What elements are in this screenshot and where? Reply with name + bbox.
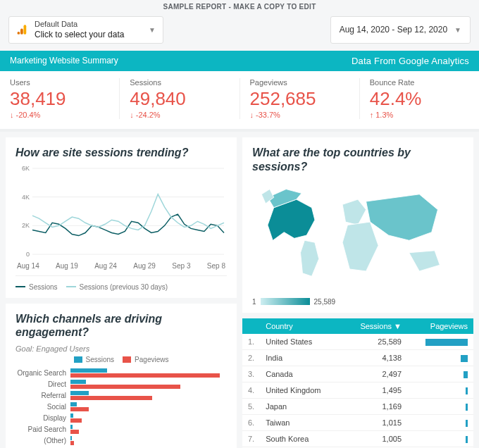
date-range-picker[interactable]: Aug 14, 2020 - Sep 12, 2020 ▼: [330, 16, 471, 44]
kpi-delta: -20.4%: [10, 111, 109, 119]
cell-pageviews-bar: [407, 382, 473, 399]
cell-country: Taiwan: [260, 415, 342, 431]
legend-pageviews-ch: Pageviews: [123, 356, 168, 363]
cell-country: South Korea: [260, 431, 342, 447]
cell-sessions: 2,497: [342, 366, 407, 382]
cell-pageviews-bar: [407, 415, 473, 431]
cell-country: United States: [260, 334, 342, 350]
data-source-name: Default Data: [35, 20, 124, 30]
sample-report-banner: SAMPLE REPORT - MAKE A COPY TO EDIT: [0, 0, 479, 13]
google-analytics-icon: [16, 23, 29, 36]
kpi-label: Sessions: [130, 78, 229, 87]
svg-rect-0: [24, 25, 27, 35]
cell-sessions: 25,589: [342, 334, 407, 350]
th-pageviews[interactable]: Pageviews: [407, 318, 473, 334]
th-country[interactable]: Country: [260, 318, 342, 334]
table-row[interactable]: 2. India 4,138: [242, 349, 473, 366]
table-row[interactable]: 3. Canada 2,497: [242, 366, 473, 382]
cell-sessions: 4,138: [342, 349, 407, 366]
chevron-down-icon: ▼: [149, 26, 156, 34]
cell-pageviews-bar: [407, 431, 473, 447]
sessions-trend-title: How are site sessions trending?: [15, 146, 227, 159]
cell-pageviews-bar: [407, 399, 473, 415]
cell-sessions: 1,169: [342, 399, 407, 415]
cell-pageviews-bar: [407, 349, 473, 366]
kpi-value: 38,419: [10, 89, 109, 109]
kpi-pageviews[interactable]: Pageviews 252,685 -33.7%: [240, 78, 359, 120]
kpi-delta: -24.2%: [130, 111, 229, 119]
map-scale-legend: 1 25,589: [252, 298, 464, 306]
channel-label: Direct: [15, 380, 70, 388]
chevron-down-icon: ▼: [454, 26, 461, 34]
channels-goal: Goal: Engaged Users: [15, 344, 227, 353]
country-table-card: Country Sessions ▼ Pageviews 1. United S…: [242, 318, 473, 448]
country-table[interactable]: Country Sessions ▼ Pageviews 1. United S…: [242, 318, 473, 448]
channel-label: Referral: [15, 392, 70, 399]
cell-pageviews-bar: [407, 366, 473, 382]
channel-label: Display: [15, 414, 70, 422]
channels-card: Which channels are driving engagement? G…: [6, 304, 237, 448]
cell-pageviews-bar: [407, 334, 473, 350]
cell-sessions: 1,495: [342, 382, 407, 399]
toolbar: Default Data Click to select your data ▼…: [0, 13, 479, 51]
world-map[interactable]: [252, 179, 464, 292]
channel-row: Organic Search: [15, 368, 227, 379]
gradient-swatch: [261, 298, 310, 305]
sessions-trend-chart[interactable]: 02K4K6K Aug 14Aug 19Aug 24Aug 29Sep 3Sep…: [15, 166, 227, 270]
channel-label: Organic Search: [15, 369, 70, 377]
kpi-row: Users 38,419 -20.4%Sessions 49,840 -24.2…: [0, 71, 479, 132]
channel-row: Direct: [15, 379, 227, 390]
channel-row: Referral: [15, 390, 227, 402]
legend-sessions-prev: Sessions (previous 30 days): [66, 283, 168, 291]
data-source-selector[interactable]: Default Data Click to select your data ▼: [8, 16, 163, 44]
channel-row: (Other): [15, 435, 227, 447]
kpi-delta: 1.3%: [370, 111, 469, 119]
summary-source: Data From Google Analytics: [352, 56, 469, 66]
svg-text:2K: 2K: [22, 222, 30, 229]
channel-row: Paid Search: [15, 424, 227, 435]
legend-sessions-ch: Sessions: [74, 356, 115, 363]
channels-title: Which channels are driving engagement?: [15, 312, 227, 339]
table-row[interactable]: 5. Japan 1,169: [242, 399, 473, 415]
channel-label: Paid Search: [15, 425, 70, 433]
cell-country: India: [260, 349, 342, 366]
cell-sessions: 1,005: [342, 431, 407, 447]
summary-bar: Marketing Website Summary Data From Goog…: [0, 51, 479, 71]
channel-label: Social: [15, 403, 70, 411]
data-source-hint: Click to select your data: [35, 30, 124, 40]
kpi-users[interactable]: Users 38,419 -20.4%: [0, 78, 119, 120]
kpi-delta: -33.7%: [250, 111, 349, 119]
svg-text:0: 0: [26, 251, 30, 257]
table-row[interactable]: 7. South Korea 1,005: [242, 431, 473, 447]
kpi-label: Users: [10, 78, 109, 87]
summary-title: Marketing Website Summary: [10, 56, 118, 66]
svg-point-2: [18, 32, 20, 35]
svg-text:6K: 6K: [22, 166, 30, 172]
channel-row: Display: [15, 413, 227, 424]
kpi-value: 49,840: [130, 89, 229, 109]
kpi-sessions[interactable]: Sessions 49,840 -24.2%: [119, 78, 239, 120]
cell-country: Japan: [260, 399, 342, 415]
svg-text:4K: 4K: [22, 193, 30, 200]
table-row[interactable]: 6. Taiwan 1,015: [242, 415, 473, 431]
kpi-label: Pageviews: [250, 78, 349, 87]
cell-country: United Kingdom: [260, 382, 342, 399]
kpi-value: 42.4%: [370, 89, 469, 109]
sessions-trend-card: How are site sessions trending? 02K4K6K …: [6, 137, 237, 297]
kpi-label: Bounce Rate: [370, 78, 469, 87]
date-range-label: Aug 14, 2020 - Sep 12, 2020: [340, 25, 447, 35]
countries-title: What are the top countries by sessions?: [252, 146, 464, 173]
cell-country: Canada: [260, 366, 342, 382]
th-sessions[interactable]: Sessions ▼: [342, 318, 407, 334]
cell-sessions: 1,015: [342, 415, 407, 431]
table-row[interactable]: 1. United States 25,589: [242, 334, 473, 350]
kpi-value: 252,685: [250, 89, 349, 109]
table-row[interactable]: 4. United Kingdom 1,495: [242, 382, 473, 399]
sort-desc-icon: ▼: [394, 322, 402, 330]
channels-chart[interactable]: Organic Search Direct Referral Social Di…: [15, 368, 227, 447]
channel-row: Social: [15, 402, 227, 413]
svg-rect-1: [20, 29, 23, 35]
kpi-bounce-rate[interactable]: Bounce Rate 42.4% 1.3%: [359, 78, 479, 120]
legend-sessions: Sessions: [15, 283, 58, 291]
countries-card: What are the top countries by sessions? …: [242, 137, 473, 312]
